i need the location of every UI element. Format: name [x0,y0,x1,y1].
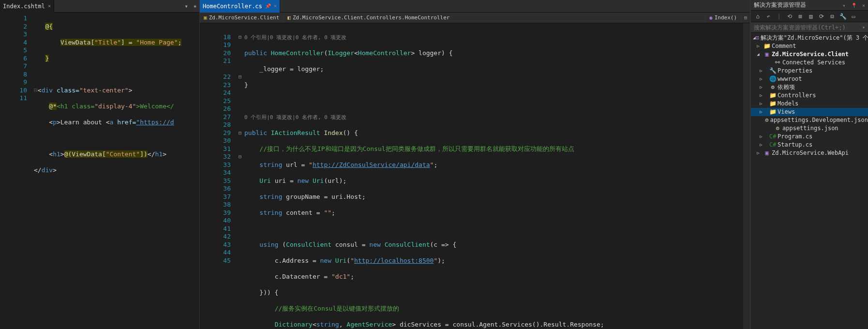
close-icon[interactable]: × [274,3,277,9]
refresh-icon[interactable]: ⟳ [818,13,825,20]
search-dropdown-icon[interactable]: ▾ [862,25,865,30]
left-editor-pane: Index.cshtml × ▾ ✶ 1234567891011 @{ View… [0,0,200,329]
tree-webapi-project[interactable]: ▷▣Zd.MicroService.WebApi [751,149,868,157]
close-icon[interactable]: × [48,3,51,9]
breadcrumb-class[interactable]: ◧Zd.MicroService.Client.Controllers.Home… [284,13,705,23]
left-editor[interactable]: 1234567891011 @{ ViewData["Title"] = "Ho… [0,13,199,329]
pin-icon[interactable]: 📍 [851,3,857,8]
dropdown-icon[interactable]: ▾ [842,3,845,8]
tree-solution[interactable]: ◢⊡解决方案"Zd.MicroService"(第 3 个项目 [751,34,868,42]
tree-properties[interactable]: ▷🔧Properties [751,67,868,75]
breadcrumb-namespace[interactable]: ▣Zd.MicroService.Client [200,13,284,23]
pin-icon[interactable]: 📌 [265,3,271,9]
home-icon[interactable]: ⌂ [754,13,762,20]
mid-gutter: 1819202122232425262728293031323334353637… [200,23,236,329]
left-gutter: 1234567891011 [0,13,34,329]
solution-explorer-search[interactable]: ▾ [751,22,868,33]
fold-column[interactable]: ⊟⊟⊟⊟ [236,23,244,329]
breadcrumb: ▣Zd.MicroService.Client ◧Zd.MicroService… [200,13,750,23]
preview-icon[interactable]: ▭ [850,13,857,20]
tree-client-project[interactable]: ◢▣Zd.MicroService.Client [751,50,868,59]
mid-editor[interactable]: 1819202122232425262728293031323334353637… [200,23,750,329]
tree-wwwroot[interactable]: ▷🌐wwwroot [751,75,868,83]
tree-models[interactable]: ▷📁Models [751,100,868,108]
tree-startup-cs[interactable]: ▷C#Startup.cs [751,141,868,149]
tab-homecontroller[interactable]: HomeController.cs 📌 × [200,0,280,13]
tree-controllers[interactable]: ▷📁Controllers [751,91,868,100]
split-icon[interactable]: ⊞ [741,15,750,21]
solution-explorer-toolbar: ⌂ ↶ | ⟲ ⊞ ▤ ⟳ ⊟ 🔧 ▭ [751,11,868,22]
tree-connected-services[interactable]: ⚯Connected Services [751,59,868,67]
close-icon[interactable]: × [862,3,865,8]
left-tabbar: Index.cshtml × ▾ ✶ [0,0,199,13]
left-code[interactable]: @{ ViewData["Title"] = "Home Page"; } ⊟<… [34,13,199,329]
tree-comment-folder[interactable]: ▷📁Comment [751,42,868,50]
tab-label: Index.cshtml [3,3,45,10]
solution-explorer: 解决方案资源管理器 ▾ 📍 × ⌂ ↶ | ⟲ ⊞ ▤ ⟳ ⊟ 🔧 ▭ ▾ ◢⊡… [750,0,868,329]
back-icon[interactable]: ↶ [764,13,772,20]
search-input[interactable] [754,24,862,31]
collapse-icon[interactable]: ⊟ [828,13,836,20]
tab-label: HomeController.cs [203,3,262,10]
gear-icon[interactable]: ✶ [191,3,199,10]
dropdown-icon[interactable]: ▾ [182,3,191,10]
breadcrumb-member[interactable]: ◉Index() [705,13,741,23]
solution-tree[interactable]: ◢⊡解决方案"Zd.MicroService"(第 3 个项目 ▷📁Commen… [751,33,868,329]
middle-editor-pane: HomeController.cs 📌 × ▣Zd.MicroService.C… [200,0,750,329]
tree-views[interactable]: ▷📁Views [751,108,868,116]
tree-program-cs[interactable]: ▷C#Program.cs [751,133,868,141]
properties-icon[interactable]: 🔧 [839,13,847,20]
mid-code[interactable]: 0 个引用|0 项更改|0 名作者, 0 项更改 public HomeCont… [244,23,743,329]
tab-index-cshtml[interactable]: Index.cshtml × [0,0,54,13]
scrollbar[interactable] [743,23,750,329]
sync-icon[interactable]: ⟲ [786,13,793,20]
tree-dependencies[interactable]: ▷⚙依赖项 [751,83,868,91]
solution-explorer-title: 解决方案资源管理器 ▾ 📍 × [751,0,868,11]
show-all-icon[interactable]: ▤ [807,13,815,20]
tree-appsettings-dev[interactable]: ⚙appsettings.Development.json [751,116,868,124]
filter-icon[interactable]: ⊞ [796,13,804,20]
mid-tabbar: HomeController.cs 📌 × [200,0,750,13]
tree-appsettings[interactable]: ⚙appsettings.json [751,124,868,133]
